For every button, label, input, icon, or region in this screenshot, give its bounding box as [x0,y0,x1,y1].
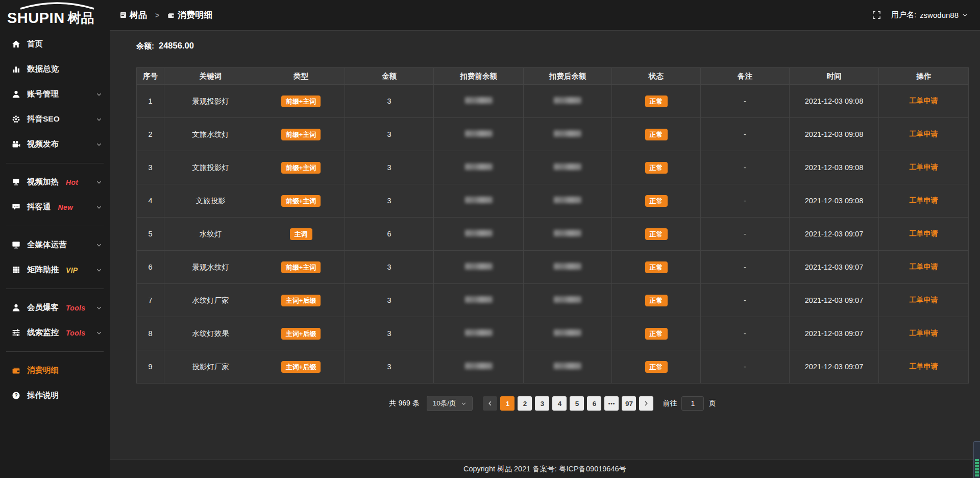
fullscreen-icon[interactable] [872,11,881,19]
cell-action: 工单申请 [879,151,969,184]
status-badge: 正常 [645,261,668,273]
sidebar-item-data-overview[interactable]: 数据总览 [0,57,110,82]
user-menu[interactable]: 用户名: zswodun88 [891,10,968,20]
sidebar-item-account-manage[interactable]: 账号管理 [0,82,110,107]
table-row: 1 景观投影灯 前缀+主词 3 正常 - 2021-12-03 09:08 工单… [137,85,969,118]
status-badge: 正常 [645,95,668,107]
breadcrumb-item-current[interactable]: 消费明细 [167,9,212,21]
cell-index: 8 [137,317,164,350]
work-order-link[interactable]: 工单申请 [910,262,938,271]
work-order-link[interactable]: 工单申请 [910,97,938,105]
work-order-link[interactable]: 工单申请 [910,296,938,304]
breadcrumb-item-root[interactable]: 树品 [120,9,147,21]
page-button-3[interactable]: 3 [535,396,549,411]
sidebar-divider [6,351,104,352]
page-button-4[interactable]: 4 [552,396,567,411]
cell-amount: 3 [345,118,434,151]
cell-remark: - [701,251,790,284]
logo-text-en: SHUPIN [7,10,65,27]
cell-action: 工单申请 [879,118,969,151]
type-badge: 前缀+主词 [281,129,321,140]
cell-amount: 3 [345,251,434,284]
redacted-value [465,329,493,336]
member-icon [11,303,20,312]
redacted-value [465,130,493,137]
sidebar-item-consumption-detail[interactable]: 消费明细 [0,358,110,383]
logo-arc [16,2,98,10]
cell-keyword: 文旅水纹灯 [164,118,257,151]
breadcrumb: 树品 > 消费明细 [120,9,212,21]
breadcrumb-home-icon [120,12,127,18]
sidebar-item-matrix-boost[interactable]: 矩阵助推 VIP [0,257,110,282]
cell-balance-after [524,317,612,350]
breadcrumb-wallet-icon [167,12,175,19]
page-size-select[interactable]: 10条/页 [427,396,473,411]
work-order-link[interactable]: 工单申请 [910,130,938,138]
cell-remark: - [701,284,790,317]
balance-value: 24856.00 [159,41,194,51]
cell-balance-before [434,350,524,384]
sidebar-item-video-heat[interactable]: 视频加热 Hot [0,170,110,195]
page-ellipsis-button[interactable]: ••• [604,396,619,411]
cell-type: 前缀+主词 [257,85,345,118]
sidebar-item-douyin-seo[interactable]: 抖音SEO [0,107,110,132]
sidebar-item-label: 抖音SEO [27,114,60,125]
work-order-link[interactable]: 工单申请 [910,196,938,204]
page-button-2[interactable]: 2 [518,396,532,411]
sidebar-item-clue-monitor[interactable]: 线索监控 Tools [0,320,110,345]
cell-time: 2021-12-03 09:08 [790,118,879,151]
chevron-down-icon [96,305,102,311]
sidebar-item-video-publish[interactable]: 视频发布 [0,132,110,157]
cell-type: 前缀+主词 [257,184,345,218]
page-button-1[interactable]: 1 [500,396,514,411]
prev-page-button[interactable] [483,396,497,411]
redacted-value [554,97,581,104]
cell-type: 主词+后缀 [257,350,345,384]
floating-widget[interactable] [973,441,980,478]
grid-icon [11,266,20,274]
main-column: 树品 > 消费明细 用户名: zswodun88 [110,0,980,478]
status-badge: 正常 [645,228,668,240]
wallet-icon [11,366,20,375]
content-area: 余额: 24856.00 序号 关键词 类型 金额 扣费前余额 扣费后余额 状态 [110,31,980,459]
cell-index: 4 [137,184,164,218]
goto-unit: 页 [708,399,716,408]
work-order-link[interactable]: 工单申请 [910,329,938,337]
cell-keyword: 景观水纹灯 [164,251,257,284]
chevron-down-icon [96,116,102,123]
status-badge: 正常 [645,295,668,306]
username-value: zswodun88 [920,11,959,19]
status-badge: 正常 [645,195,668,207]
table-row: 2 文旅水纹灯 前缀+主词 3 正常 - 2021-12-03 09:08 工单… [137,118,969,151]
cell-action: 工单申请 [879,284,969,317]
col-type: 类型 [257,68,345,85]
sidebar-item-all-media[interactable]: 全媒体运营 [0,232,110,257]
next-page-button[interactable] [639,396,653,411]
cell-status: 正常 [612,218,701,251]
sidebar-item-label: 账号管理 [27,89,59,100]
sidebar-item-member-burst[interactable]: 会员爆客 Tools [0,295,110,320]
work-order-link[interactable]: 工单申请 [910,362,938,370]
cell-time: 2021-12-03 09:07 [790,218,879,251]
page-button-5[interactable]: 5 [570,396,584,411]
sidebar-divider [6,289,104,289]
redacted-value [465,230,493,236]
sidebar-item-instructions[interactable]: ? 操作说明 [0,383,110,408]
caret-down-icon [962,12,968,18]
work-order-link[interactable]: 工单申请 [910,229,938,237]
cell-keyword: 投影灯厂家 [164,350,257,384]
sidebar-item-home[interactable]: 首页 [0,32,110,57]
svg-text:?: ? [14,393,17,398]
cell-amount: 3 [345,350,434,384]
work-order-link[interactable]: 工单申请 [910,163,938,171]
sidebar-item-douketong[interactable]: 抖客通 New [0,195,110,220]
new-badge: New [58,203,74,211]
type-badge: 主词+后缀 [281,361,321,373]
cell-index: 1 [137,85,164,118]
cell-status: 正常 [612,85,701,118]
page-button-last[interactable]: 97 [622,396,636,411]
goto-page-input[interactable] [681,396,704,411]
page-button-6[interactable]: 6 [587,396,601,411]
cell-action: 工单申请 [879,350,969,384]
col-keyword: 关键词 [164,68,257,85]
